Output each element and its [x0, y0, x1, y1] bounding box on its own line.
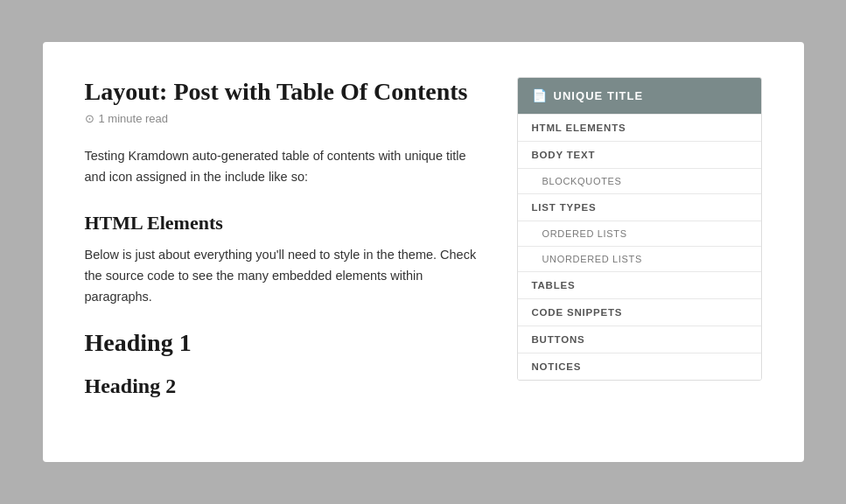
- toc-subitem-unordered-lists[interactable]: UNORDERED LISTS: [518, 246, 761, 271]
- toc-item-code-snippets[interactable]: CODE SNIPPETS: [518, 298, 761, 326]
- toc-container: 📄 UNIQUE TITLE HTML ELEMENTS BODY TEXT B…: [517, 77, 762, 381]
- toc-header-title: UNIQUE TITLE: [554, 89, 644, 102]
- toc-subitem-blockquotes[interactable]: BLOCKQUOTES: [518, 168, 761, 193]
- intro-paragraph: Testing Kramdown auto-generated table of…: [85, 146, 482, 188]
- toc-item-buttons[interactable]: BUTTONS: [518, 326, 761, 353]
- toc-item-notices[interactable]: NOTICES: [518, 353, 761, 380]
- page-title: Layout: Post with Table Of Contents: [85, 77, 482, 107]
- html-elements-heading: HTML Elements: [85, 212, 482, 234]
- toc-item-html-elements[interactable]: HTML ELEMENTS: [518, 114, 761, 141]
- read-time-label: 1 minute read: [99, 112, 169, 125]
- heading-2: Heading 2: [85, 374, 482, 398]
- toc-item-body-text[interactable]: BODY TEXT: [518, 141, 761, 168]
- clock-icon: ⊙: [85, 112, 94, 125]
- main-content: Layout: Post with Table Of Contents ⊙ 1 …: [85, 77, 482, 398]
- main-card: Layout: Post with Table Of Contents ⊙ 1 …: [43, 42, 804, 462]
- toc-header: 📄 UNIQUE TITLE: [518, 78, 761, 114]
- heading-1: Heading 1: [85, 329, 482, 357]
- toc-item-tables[interactable]: TABLES: [518, 271, 761, 298]
- html-elements-text: Below is just about everything you'll ne…: [85, 245, 482, 308]
- toc-doc-icon: 📄: [532, 88, 547, 103]
- toc-item-list-types[interactable]: LIST TYPES: [518, 193, 761, 220]
- read-time-row: ⊙ 1 minute read: [85, 112, 482, 125]
- content-wrapper: Layout: Post with Table Of Contents ⊙ 1 …: [85, 77, 762, 398]
- toc-subitem-ordered-lists[interactable]: ORDERED LISTS: [518, 220, 761, 246]
- toc-sidebar: 📄 UNIQUE TITLE HTML ELEMENTS BODY TEXT B…: [517, 77, 762, 398]
